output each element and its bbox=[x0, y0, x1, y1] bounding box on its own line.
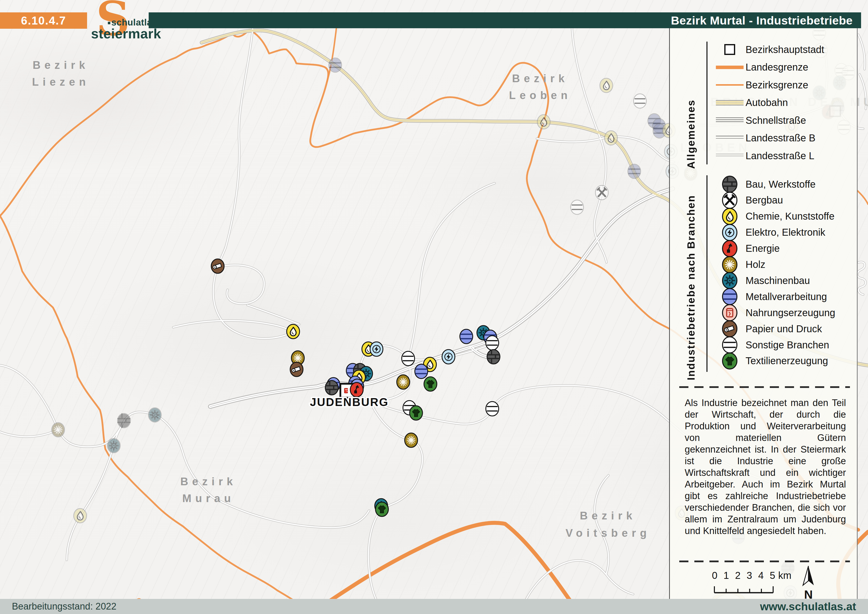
panel-separator-top bbox=[679, 386, 850, 388]
scale-bar: 012345 km bbox=[712, 570, 796, 597]
district-label: Liezen bbox=[32, 76, 90, 88]
edit-status-text: Bearbeitungsstand: 2022 bbox=[12, 601, 116, 612]
marker-chemie bbox=[722, 208, 737, 224]
north-arrow-left-half bbox=[803, 566, 808, 585]
legend-item-expressway-label: Schnellstraße bbox=[746, 115, 806, 126]
legend-item-state-border-symbol bbox=[714, 65, 746, 69]
legend-item-nahrung-label: Nahrungserzeugung bbox=[746, 307, 835, 319]
boundary-line bbox=[857, 191, 868, 204]
marker-maschinenbau bbox=[149, 408, 161, 422]
marker-holz bbox=[397, 375, 410, 389]
legend-item-holz-label: Holz bbox=[746, 259, 765, 270]
road bbox=[155, 415, 369, 528]
legend-item-state-border: Landesgrenze bbox=[714, 58, 852, 76]
north-arrow: N bbox=[798, 564, 818, 602]
legend-item-energie-label: Energie bbox=[746, 243, 780, 254]
marker-chemie bbox=[537, 115, 550, 129]
boundary-line bbox=[0, 30, 786, 460]
legend-item-bau-label: Bau, Werkstoffe bbox=[746, 179, 815, 190]
legend-item-expressway: Schnellstraße bbox=[714, 111, 852, 129]
legend-item-district-border-label: Bezirksgrenze bbox=[746, 79, 808, 91]
marker-holz bbox=[52, 423, 65, 437]
page-title: Bezirk Murtal - Industriebetriebe bbox=[671, 14, 852, 27]
marker-chemie bbox=[604, 131, 617, 145]
district-label: Leoben bbox=[509, 89, 571, 101]
scale-tick-label: 2 bbox=[735, 570, 741, 581]
legend-item-capital-label: Bezirkshauptstadt bbox=[746, 44, 824, 55]
legend-item-maschinenbau-label: Maschinenbau bbox=[746, 275, 810, 286]
district-label: Bezirk bbox=[33, 59, 89, 71]
road bbox=[218, 28, 253, 266]
marker-metall bbox=[722, 289, 737, 305]
road bbox=[572, 28, 606, 263]
marker-chemie bbox=[287, 324, 299, 339]
legend-item-papier-label: Papier und Druck bbox=[746, 323, 822, 334]
legend-section2-title: Industriebetriebe nach Branchen bbox=[685, 176, 697, 399]
panel-separator-bottom bbox=[679, 561, 850, 562]
scale-bar-unit: km bbox=[778, 570, 791, 581]
atlas-page: BRUCK AN DER MURLEOBENVOITSBERG BezirkLi… bbox=[0, 0, 868, 614]
marker-sonstige bbox=[402, 351, 415, 366]
legend-item-capital-symbol bbox=[714, 44, 746, 55]
marker-papier bbox=[290, 362, 303, 376]
legend-item-road-b-symbol bbox=[714, 136, 746, 140]
legend-item-road-l-label: Landesstraße L bbox=[746, 150, 814, 162]
legend-item-textil-symbol bbox=[714, 351, 746, 371]
scale-bar-numbers: 012345 bbox=[712, 570, 775, 581]
legend-item-state-border-label: Landesgrenze bbox=[746, 62, 808, 73]
marker-bau bbox=[487, 350, 500, 364]
road-casing bbox=[155, 415, 369, 528]
legend-item-textil-label: Textilienerzeugung bbox=[746, 355, 828, 367]
legend-item-elektro-label: Elektro, Elektronik bbox=[746, 227, 825, 238]
marker-elektro bbox=[370, 342, 383, 356]
marker-papier bbox=[211, 259, 224, 273]
legend-item-autobahn-symbol bbox=[714, 100, 746, 106]
scale-tick-label: 0 bbox=[712, 570, 718, 581]
marker-textil bbox=[424, 377, 437, 391]
legend-item-expressway-symbol bbox=[714, 117, 746, 123]
legend-item-road-b: Landesstraße B bbox=[714, 129, 852, 147]
scale-bar-ticks bbox=[712, 583, 796, 598]
marker-metall bbox=[329, 58, 342, 72]
legend-section1-title: Allgemeines bbox=[685, 75, 697, 194]
marker-elektro bbox=[722, 224, 737, 240]
legend-section2-rule bbox=[707, 175, 707, 372]
marker-holz bbox=[722, 256, 737, 273]
marker-maschinenbau bbox=[722, 273, 737, 289]
north-arrow-right-half bbox=[808, 566, 814, 585]
marker-metall bbox=[628, 164, 641, 179]
marker-nahrung bbox=[722, 305, 737, 321]
marker-bau bbox=[325, 381, 338, 395]
marker-metall bbox=[460, 329, 473, 344]
marker-maschinenbau bbox=[107, 438, 120, 453]
marker-sonstige bbox=[722, 337, 737, 353]
marker-energie bbox=[722, 240, 737, 256]
district-label: Bezirk bbox=[580, 510, 636, 522]
marker-bau bbox=[118, 413, 130, 428]
legend-item-road-b-label: Landesstraße B bbox=[746, 132, 815, 144]
scale-tick-label: 3 bbox=[747, 570, 752, 581]
legend-item-chemie-label: Chemie, Kunststoffe bbox=[746, 211, 834, 222]
map-labels-layer: BezirkLiezenBezirkLeobenBezirkMurauBezir… bbox=[32, 59, 651, 539]
city-label: JUDENBURG bbox=[310, 396, 389, 409]
marker-textil bbox=[722, 353, 737, 369]
website-link[interactable]: www.schulatlas.at bbox=[760, 600, 856, 613]
scale-tick-label: 5 bbox=[770, 570, 775, 581]
description-text: Als Industrie bezeichnet man den Teil de… bbox=[685, 397, 846, 537]
legend-item-autobahn-label: Autobahn bbox=[746, 97, 788, 108]
legend-item-district-border-symbol bbox=[714, 84, 746, 85]
scale-tick-label: 4 bbox=[758, 570, 764, 581]
road-casing bbox=[595, 476, 609, 574]
legend-section1-rule bbox=[707, 42, 707, 165]
district-label: Voitsberg bbox=[566, 527, 651, 539]
marker-metall bbox=[415, 364, 428, 379]
title-bar: Bezirk Murtal - Industriebetriebe bbox=[149, 12, 861, 28]
marker-holz bbox=[405, 433, 417, 448]
marker-chemie bbox=[600, 78, 613, 93]
marker-sonstige bbox=[486, 401, 499, 416]
marker-bergbau bbox=[595, 185, 608, 200]
marker-textil bbox=[375, 502, 388, 516]
marker-sonstige bbox=[486, 336, 499, 350]
legend-item-district-border: Bezirksgrenze bbox=[714, 76, 852, 94]
boundary-line bbox=[327, 28, 336, 82]
